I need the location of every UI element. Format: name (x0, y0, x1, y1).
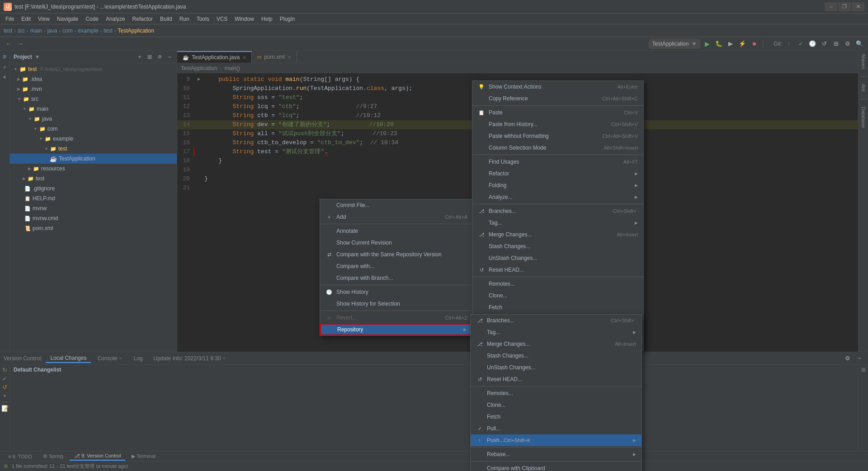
menu-code[interactable]: Code (82, 14, 102, 24)
tree-mvn[interactable]: ▶ 📁 .mvn (10, 84, 177, 94)
minimize-button[interactable]: − (825, 2, 837, 11)
taskbar-version-control[interactable]: ⎇ 9: Version Control (70, 452, 126, 461)
restore-button[interactable]: ❐ (838, 2, 851, 11)
repo-merge-changes[interactable]: ⎇ Merge Changes... Alt+Insert (471, 338, 642, 350)
ctx-revert[interactable]: ↩ Revert... Ctrl+Alt+Z (320, 312, 473, 324)
ctx-copy-reference[interactable]: Copy Reference Ctrl+Alt+Shift+C (472, 93, 643, 104)
ctx-branches[interactable]: ⎇ Branches... Ctrl+Shift+` (472, 205, 643, 217)
breadcrumb-testpkg[interactable]: test (104, 28, 112, 34)
repo-unstash[interactable]: UnStash Changes... (471, 362, 642, 373)
ctx-merge-changes[interactable]: ⎇ Merge Changes... Alt+Insert (472, 229, 643, 240)
repo-reset-head[interactable]: ↺ Reset HEAD... (471, 373, 642, 385)
breadcrumb-java[interactable]: java (47, 28, 57, 34)
taskbar-todo[interactable]: ≡ 6: TODO (4, 453, 37, 460)
sidebar-structure-icon[interactable]: ≡ (0, 62, 9, 71)
tab-console-close[interactable]: ✕ (119, 356, 123, 361)
tab-testapplication[interactable]: ☕ TestApplication.java ✕ (177, 51, 252, 63)
tree-java[interactable]: ▼ 📁 java (10, 114, 177, 124)
tree-resources[interactable]: ▶ 📁 resources (10, 164, 177, 174)
ctx-stash[interactable]: Stash Changes... (472, 240, 643, 252)
ctx-remotes[interactable]: Remotes... (472, 278, 643, 290)
menu-window[interactable]: Window (231, 14, 258, 24)
tab-log[interactable]: Log (129, 354, 147, 363)
menu-build[interactable]: Build (156, 14, 176, 24)
ctx-unstash[interactable]: UnStash Changes... (472, 252, 643, 264)
ctx-fetch[interactable]: Fetch (472, 301, 643, 313)
ctx-analyze[interactable]: Analyze... (472, 191, 643, 203)
menu-vcs[interactable]: VCS (213, 14, 231, 24)
debug-button[interactable]: 🐛 (714, 39, 724, 49)
tree-gitignore[interactable]: 📄 .gitignore (10, 184, 177, 193)
repository-submenu[interactable]: ⎇ Branches... Ctrl+Shift+` Tag... ⎇ Merg… (470, 314, 642, 471)
stop-button[interactable]: ■ (749, 39, 759, 49)
repo-tag[interactable]: Tag... (471, 326, 642, 338)
repo-rebase[interactable]: Rebase... (471, 448, 642, 460)
breadcrumb-main[interactable]: main (30, 28, 42, 34)
menu-file[interactable]: File (2, 14, 18, 24)
tab-testapplication-close[interactable]: ✕ (242, 55, 246, 60)
coverage-button[interactable]: ▶ (726, 39, 736, 49)
breadcrumb-com[interactable]: com (62, 28, 73, 34)
tree-testpkg[interactable]: ▼ 📁 test (10, 144, 177, 154)
vcs-check-icon[interactable]: ✓ (2, 375, 7, 382)
vcs-plus-icon[interactable]: + (3, 392, 7, 399)
bottom-minimize-btn[interactable]: − (854, 353, 864, 363)
breadcrumb-example[interactable]: example (78, 28, 98, 34)
ctx-show-history[interactable]: 🕐 Show History (320, 286, 473, 298)
ctx-tag[interactable]: Tag... (472, 217, 643, 229)
repo-push[interactable]: ↑ Push... Ctrl+Shift+K ▶ (471, 434, 642, 446)
search-btn[interactable]: 🔍 (854, 39, 864, 49)
tree-pomxml[interactable]: 📜 pom.xml (10, 223, 177, 233)
menu-run[interactable]: Run (176, 14, 193, 24)
sidebar-bookmarks-icon[interactable]: ★ (0, 72, 9, 81)
sidebar-maven-label[interactable]: Maven (860, 52, 867, 71)
tree-idea[interactable]: ▶ 📁 .idea (10, 74, 177, 84)
repo-stash[interactable]: Stash Changes... (471, 350, 642, 362)
breadcrumb-src[interactable]: src (18, 28, 25, 34)
nav-back-button[interactable]: ← (4, 39, 14, 49)
close-button[interactable]: ✕ (852, 2, 864, 11)
tab-console[interactable]: Console ✕ (93, 354, 127, 363)
ctx-folding[interactable]: Folding (472, 179, 643, 191)
tree-root[interactable]: ▼ 📁 test F:\IntelliJ_Idea\program\test (10, 64, 177, 74)
project-gear-btn[interactable]: ⚙ (156, 53, 163, 61)
tree-test[interactable]: ▶ 📁 test (10, 174, 177, 184)
tree-mvnw[interactable]: 📄 mvnw (10, 203, 177, 213)
vcs-refresh-icon[interactable]: ↻ (2, 367, 7, 373)
git-history-btn[interactable]: 🕐 (807, 39, 817, 49)
run-config-dropdown[interactable]: ▼ (691, 41, 697, 47)
ctx-reset-head[interactable]: ↺ Reset HEAD... (472, 264, 643, 276)
ctx-find-usages[interactable]: Find Usages Alt+F7 (472, 156, 643, 168)
ctx-commit-file[interactable]: Commit File... (320, 199, 473, 211)
git-file-context-menu[interactable]: Commit File... + Add Ctrl+Alt+A Annotate… (320, 199, 473, 336)
taskbar-spring[interactable]: ⚙ Spring (38, 452, 68, 460)
nav-forward-button[interactable]: → (15, 39, 25, 49)
tree-helpmd[interactable]: 📋 HELP.md (10, 193, 177, 203)
menu-tools[interactable]: Tools (193, 14, 213, 24)
tab-update-info[interactable]: Update Info: 2022/3/11 9:30 ✕ (149, 354, 231, 363)
tree-mvnwcmd[interactable]: 📄 mvnw.cmd (10, 213, 177, 223)
ctx-paste-history[interactable]: Paste from History... Ctrl+Shift+V (472, 118, 643, 130)
ctx-show-context-actions[interactable]: 💡 Show Context Actions Alt+Enter (472, 81, 643, 93)
breadcrumb-testapplication[interactable]: TestApplication (118, 28, 154, 34)
tab-local-changes[interactable]: Local Changes (46, 354, 91, 363)
ctx-add[interactable]: + Add Ctrl+Alt+A (320, 211, 473, 223)
menu-analyze[interactable]: Analyze (102, 14, 129, 24)
editor-breadcrumb-method[interactable]: main() (225, 65, 240, 71)
profile-button[interactable]: ⚡ (737, 39, 747, 49)
project-add-btn[interactable]: + (136, 53, 143, 61)
ctx-show-history-selection[interactable]: Show History for Selection (320, 298, 473, 310)
ctx-paste-no-format[interactable]: Paste without Formatting Ctrl+Alt+Shift+… (472, 130, 643, 142)
git-more-btn[interactable]: ⊞ (831, 39, 841, 49)
project-title-dropdown[interactable]: ▼ (35, 54, 40, 60)
project-layout-btn[interactable]: ⊞ (146, 53, 153, 61)
breadcrumb-test[interactable]: test (4, 28, 12, 34)
ctx-refactor[interactable]: Refactor (472, 168, 643, 179)
repo-pull[interactable]: ✓ Pull... (471, 423, 642, 434)
sidebar-project-icon[interactable]: P (0, 52, 9, 61)
git-check-btn[interactable]: ✓ (796, 39, 806, 49)
repo-compare-clipboard[interactable]: Compare with Clipboard (471, 462, 642, 471)
ctx-annotate[interactable]: Annotate (320, 225, 473, 237)
tree-example[interactable]: ▼ 📁 example (10, 134, 177, 144)
sidebar-ant-label[interactable]: Ant (860, 82, 867, 94)
